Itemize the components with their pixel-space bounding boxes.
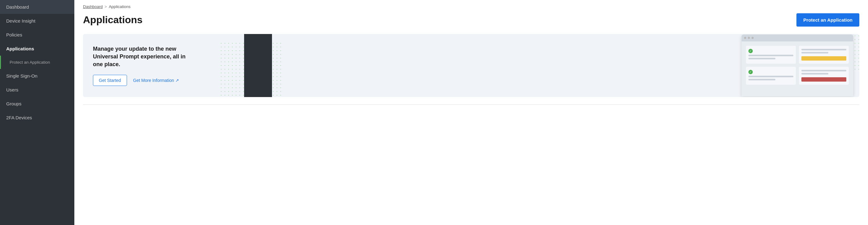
sidebar-item-dashboard[interactable]: Dashboard bbox=[0, 0, 74, 14]
banner-actions: Get Started Get More Information ↗ bbox=[93, 75, 191, 86]
sidebar-item-label: Groups bbox=[6, 101, 21, 106]
sidebar-item-label: Users bbox=[6, 87, 18, 92]
mock-bar-yellow bbox=[801, 56, 846, 61]
mock-line-1a bbox=[748, 55, 793, 56]
banner: Manage your update to the new Universal … bbox=[83, 34, 859, 97]
sidebar-item-device-insight[interactable]: Device Insight bbox=[0, 14, 74, 28]
mock-bar-red bbox=[801, 77, 846, 82]
sidebar-item-applications[interactable]: Applications bbox=[0, 42, 74, 55]
breadcrumb: Dashboard > Applications bbox=[74, 0, 868, 11]
sidebar: Dashboard Device Insight Policies Applic… bbox=[0, 0, 74, 225]
protect-application-button[interactable]: Protect an Application bbox=[797, 13, 859, 27]
sidebar-item-label: Single Sign-On bbox=[6, 73, 37, 78]
browser-dot-3 bbox=[751, 37, 754, 39]
browser-bar bbox=[742, 35, 853, 41]
sidebar-item-label: Policies bbox=[6, 32, 22, 37]
browser-mockup: ✓ ✓ bbox=[742, 35, 853, 97]
sidebar-item-users[interactable]: Users bbox=[0, 83, 74, 97]
mock-line-2a bbox=[801, 49, 846, 50]
sidebar-item-label: Dashboard bbox=[6, 4, 29, 9]
sidebar-item-label: Applications bbox=[6, 46, 34, 51]
main-content: Dashboard > Applications Applications Pr… bbox=[74, 0, 868, 225]
banner-illustration: ✓ ✓ bbox=[201, 34, 859, 97]
mock-line-3a bbox=[748, 76, 793, 77]
sidebar-item-label: Protect an Application bbox=[9, 60, 50, 65]
dark-panel bbox=[244, 34, 272, 97]
external-link-icon: ↗ bbox=[175, 78, 179, 83]
breadcrumb-link-dashboard[interactable]: Dashboard bbox=[83, 4, 103, 9]
page-title: Applications bbox=[83, 14, 143, 26]
mock-line-3b bbox=[748, 79, 775, 80]
mock-line-1b bbox=[748, 58, 775, 59]
browser-dot-2 bbox=[748, 37, 750, 39]
mock-check-2: ✓ bbox=[748, 70, 753, 74]
get-more-info-button[interactable]: Get More Information ↗ bbox=[133, 78, 179, 83]
more-info-label: Get More Information bbox=[133, 78, 174, 83]
mock-card-4 bbox=[799, 67, 849, 85]
sidebar-item-label: Device Insight bbox=[6, 18, 35, 24]
banner-text: Manage your update to the new Universal … bbox=[83, 34, 201, 97]
browser-dot-1 bbox=[744, 37, 746, 39]
mock-card-3: ✓ bbox=[746, 67, 796, 85]
get-started-button[interactable]: Get Started bbox=[93, 75, 127, 86]
mock-line-2b bbox=[801, 52, 828, 53]
mock-line-4b bbox=[801, 73, 828, 74]
mock-card-1: ✓ bbox=[746, 46, 796, 64]
sidebar-item-single-sign-on[interactable]: Single Sign-On bbox=[0, 69, 74, 83]
sidebar-item-label: 2FA Devices bbox=[6, 115, 32, 120]
sidebar-item-policies[interactable]: Policies bbox=[0, 28, 74, 42]
mock-check-1: ✓ bbox=[748, 49, 753, 53]
breadcrumb-current: Applications bbox=[109, 4, 130, 9]
mock-line-4a bbox=[801, 70, 846, 71]
sidebar-item-protect-application[interactable]: Protect an Application bbox=[0, 55, 74, 69]
sidebar-item-2fa-devices[interactable]: 2FA Devices bbox=[0, 111, 74, 124]
sidebar-item-groups[interactable]: Groups bbox=[0, 97, 74, 111]
page-header: Applications Protect an Application bbox=[74, 11, 868, 27]
section-divider bbox=[83, 105, 859, 105]
mock-card-2 bbox=[799, 46, 849, 64]
banner-heading: Manage your update to the new Universal … bbox=[93, 45, 191, 69]
browser-content: ✓ ✓ bbox=[742, 41, 853, 89]
breadcrumb-separator: > bbox=[105, 4, 107, 9]
